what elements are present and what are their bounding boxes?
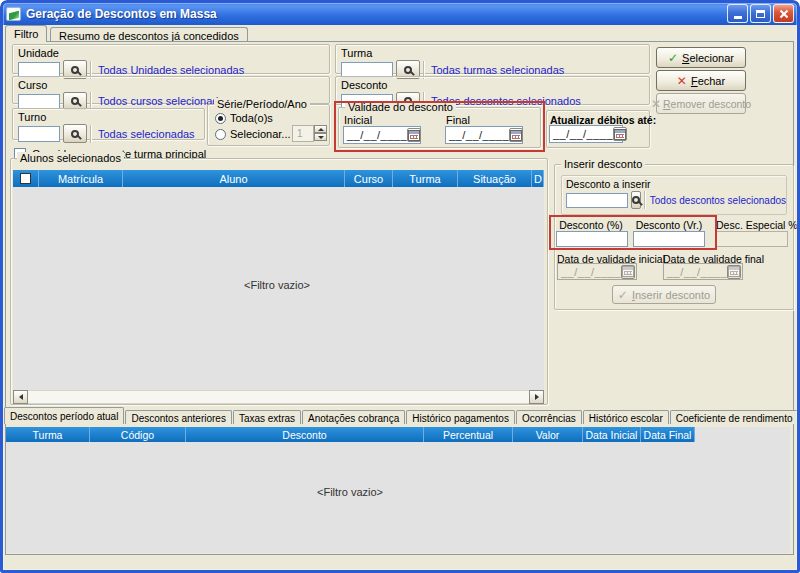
turno-search-button[interactable] xyxy=(63,124,87,143)
close-button[interactable] xyxy=(773,4,794,23)
desconto-pct-input[interactable] xyxy=(556,231,628,247)
turno-input[interactable] xyxy=(18,126,60,142)
radio-selecionar-label: Selecionar... xyxy=(230,128,291,140)
tab-coeficiente-rendimento[interactable]: Coeficiente de rendimento xyxy=(670,410,799,424)
col-situacao[interactable]: Situação xyxy=(458,170,532,187)
serie-spinner: 1 xyxy=(292,125,327,142)
tab-filtro[interactable]: Filtro xyxy=(5,25,47,42)
data-validade-inicial-calendar-button xyxy=(621,265,635,279)
validade-final-label: Final xyxy=(446,114,470,126)
turma-group: Turma Todas turmas selecionadas xyxy=(335,44,650,74)
header-select-all[interactable] xyxy=(13,170,39,187)
validade-inicial-label: Inicial xyxy=(344,114,372,126)
inserir-desconto-button: ✓ Inserir desconto xyxy=(612,285,716,304)
tab-descontos-anteriores[interactable]: Descontos anteriores xyxy=(125,410,232,424)
date-mask: __/__/____ xyxy=(667,266,727,278)
search-icon xyxy=(71,130,79,138)
radio-selecionar[interactable]: Selecionar... xyxy=(215,128,291,140)
spinner-down-button[interactable] xyxy=(314,133,327,141)
atualizar-debitos-calendar-button[interactable] xyxy=(613,127,627,141)
maximize-icon xyxy=(756,10,765,18)
atualizar-debitos-field[interactable]: __/__/____ xyxy=(549,125,623,143)
date-mask: __/__/____ xyxy=(561,266,621,278)
minimize-icon xyxy=(734,16,742,19)
validade-inicial-field[interactable]: __/__/____ xyxy=(343,126,421,144)
minimize-button[interactable] xyxy=(727,4,748,23)
serie-spinner-value[interactable]: 1 xyxy=(292,125,314,142)
serie-periodo-ano-group: Série/Período/Ano Toda(o)s Selecionar...… xyxy=(207,104,330,146)
col-data-inicial[interactable]: Data Inicial xyxy=(583,427,641,442)
check-icon: ✓ xyxy=(668,52,678,64)
tab-historico-escolar[interactable]: Histórico escolar xyxy=(583,410,669,424)
validade-final-field[interactable]: __/__/____ xyxy=(445,126,523,144)
turno-status: Todas selecionadas xyxy=(98,128,195,140)
calendar-icon xyxy=(408,130,420,141)
check-icon: ✓ xyxy=(618,289,628,301)
desconto-a-inserir-search-button[interactable] xyxy=(631,191,641,209)
radio-todaos[interactable]: Toda(o)s xyxy=(215,112,273,124)
scroll-left-button[interactable] xyxy=(13,390,28,404)
checkbox-icon xyxy=(20,173,31,184)
calendar-icon xyxy=(614,129,626,140)
desconto-vr-input[interactable] xyxy=(633,231,705,247)
alunos-hscrollbar[interactable] xyxy=(13,390,544,404)
col-aluno[interactable]: Aluno xyxy=(123,170,345,187)
close-icon xyxy=(779,9,789,19)
arrow-up-icon xyxy=(318,128,324,131)
window-title: Geração de Descontos em Massa xyxy=(26,7,217,21)
tab-anotacoes-cobranca[interactable]: Anotações cobrança xyxy=(302,410,405,424)
remover-desconto-button: ✕ Remover desconto xyxy=(656,93,746,114)
col-matricula[interactable]: Matrícula xyxy=(39,170,123,187)
alunos-table-header: Matrícula Aluno Curso Turma Situação D xyxy=(13,170,544,187)
curso-input[interactable] xyxy=(18,94,60,109)
col-percentual[interactable]: Percentual xyxy=(424,427,513,442)
descontos-table-header: Turma Código Desconto Percentual Valor D… xyxy=(6,427,695,442)
app-icon xyxy=(6,7,21,21)
fechar-button-label: Fechar xyxy=(691,75,725,87)
scrollbar-track[interactable] xyxy=(28,390,529,404)
col-desconto-partial[interactable]: D xyxy=(532,170,544,187)
scroll-right-button[interactable] xyxy=(529,390,544,404)
validade-inicial-calendar-button[interactable] xyxy=(407,128,421,142)
data-validade-inicial-field: __/__/____ xyxy=(557,263,637,280)
desconto-a-inserir-input[interactable] xyxy=(566,193,628,208)
title-bar[interactable]: Geração de Descontos em Massa xyxy=(2,2,798,25)
tab-historico-pagamentos[interactable]: Histórico pagamentos xyxy=(406,410,515,424)
tab-resumo-descontos[interactable]: Resumo de descontos já concedidos xyxy=(50,27,248,41)
arrow-right-icon xyxy=(535,394,539,400)
search-icon xyxy=(71,66,79,74)
tab-descontos-periodo-atual[interactable]: Descontos período atual xyxy=(4,407,124,424)
unidade-label: Unidade xyxy=(18,47,329,59)
close-x-icon: ✕ xyxy=(651,98,661,110)
radio-icon xyxy=(215,129,226,140)
maximize-button[interactable] xyxy=(750,4,771,23)
col-turma[interactable]: Turma xyxy=(393,170,458,187)
remover-desconto-button-label: Remover desconto xyxy=(663,98,751,110)
selecionar-button[interactable]: ✓ Selecionar xyxy=(656,47,746,68)
col-codigo[interactable]: Código xyxy=(90,427,186,442)
desc-especial-label: Desc. Especial % xyxy=(716,219,798,231)
date-mask: __/__/____ xyxy=(553,128,613,140)
validade-final-calendar-button[interactable] xyxy=(509,128,523,142)
fechar-button[interactable]: ✕ Fechar xyxy=(656,70,746,91)
data-validade-final-field: __/__/____ xyxy=(663,263,743,280)
tab-ocorrencias[interactable]: Ocorrências xyxy=(516,410,582,424)
serie-periodo-ano-label: Série/Período/Ano xyxy=(214,98,310,110)
desconto-label: Desconto xyxy=(341,79,649,91)
radio-todaos-label: Toda(o)s xyxy=(230,112,273,124)
tab-taxas-extras[interactable]: Taxas extras xyxy=(233,410,301,424)
col-valor[interactable]: Valor xyxy=(513,427,583,442)
date-mask: __/__/____ xyxy=(449,129,509,141)
col-curso[interactable]: Curso xyxy=(345,170,393,187)
arrow-down-icon xyxy=(318,136,324,139)
unidade-status: Todas Unidades selecionadas xyxy=(98,64,244,76)
col-data-final[interactable]: Data Final xyxy=(641,427,695,442)
search-icon xyxy=(404,66,412,74)
col-turma[interactable]: Turma xyxy=(6,427,90,442)
spinner-up-button[interactable] xyxy=(314,125,327,133)
desconto-a-inserir-status: Todos descontos selecionados xyxy=(650,195,786,206)
close-x-icon: ✕ xyxy=(677,75,687,87)
descontos-table-body xyxy=(6,427,790,553)
col-desconto[interactable]: Desconto xyxy=(186,427,424,442)
calendar-icon xyxy=(510,130,522,141)
